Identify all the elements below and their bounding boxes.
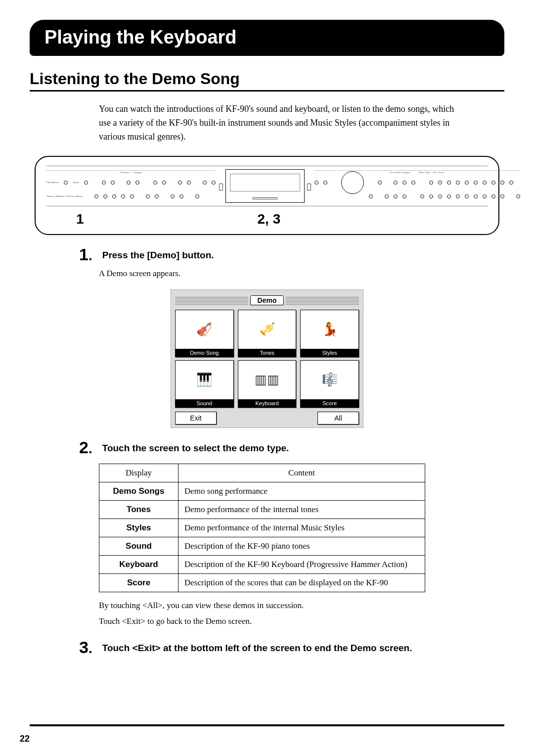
diagram-callout-1: 1: [76, 211, 84, 227]
demo-cell-keyboard[interactable]: ▥▥Keyboard: [238, 360, 297, 408]
step-3-title: Touch <Exit> at the bottom left of the s…: [102, 639, 412, 654]
table-row: Demo SongsDemo song performance: [99, 482, 425, 500]
page-number: 22: [20, 734, 30, 744]
music-score-icon: 🎼: [301, 361, 358, 399]
demo-screen-figure: Demo 🎻Demo Song 🎺Tones 💃Styles 🎹Sound ▥▥…: [171, 289, 363, 428]
diagram-callout-23: 2, 3: [258, 211, 281, 227]
demo-cell-tones[interactable]: 🎺Tones: [238, 310, 297, 357]
instruments-icon: 🎺: [238, 310, 296, 349]
chapter-title: Playing the Keyboard: [30, 20, 504, 56]
grand-piano-icon: 🎹: [176, 361, 233, 399]
touch-screen-icon: [225, 169, 305, 203]
step-number: 3: [79, 638, 89, 657]
table-header-content: Content: [178, 464, 425, 482]
trumpet-icon: 🎻: [176, 310, 233, 349]
step-2: 2. Touch the screen to select the demo t…: [79, 439, 504, 457]
table-row: SoundDescription of the KF-90 piano tone…: [99, 537, 425, 555]
demo-cell-sound[interactable]: 🎹Sound: [175, 360, 234, 408]
table-row: ScoreDescription of the scores that can …: [99, 573, 425, 592]
step-1-body: A Demo screen appears.: [99, 269, 504, 279]
table-row: StylesDemo performance of the internal M…: [99, 519, 425, 537]
step-1: 1. Press the [Demo] button.: [79, 246, 504, 264]
exit-button[interactable]: Exit: [175, 412, 217, 425]
table-row: KeyboardDescription of the KF-90 Keyboar…: [99, 555, 425, 573]
footer-rule: [30, 724, 504, 726]
keyboard-panel-diagram: Composer Arranger Part BalanceDemo Volum…: [35, 156, 499, 235]
step-number: 2: [79, 438, 89, 457]
after-table-note-1: By touching <All>, you can view these de…: [99, 599, 504, 612]
section-title: Listening to the Demo Song: [30, 70, 504, 92]
keyboard-keys-icon: ▥▥: [238, 361, 296, 399]
demo-type-table: Display Content Demo SongsDemo song perf…: [99, 464, 425, 592]
demo-cell-score[interactable]: 🎼Score: [300, 360, 359, 408]
table-row: TonesDemo performance of the internal to…: [99, 500, 425, 519]
dancers-icon: 💃: [301, 310, 358, 349]
demo-screen-title: Demo: [250, 295, 284, 305]
all-button[interactable]: All: [317, 412, 359, 425]
step-1-title: Press the [Demo] button.: [102, 246, 214, 261]
step-2-title: Touch the screen to select the demo type…: [102, 439, 289, 454]
after-table-note-2: Touch <Exit> to go back to the Demo scre…: [99, 615, 504, 628]
intro-paragraph: You can watch the introductions of KF-90…: [99, 102, 455, 144]
demo-cell-demo-song[interactable]: 🎻Demo Song: [175, 310, 234, 357]
step-number: 1: [79, 245, 89, 264]
step-3: 3. Touch <Exit> at the bottom left of th…: [79, 639, 504, 657]
table-header-display: Display: [99, 464, 178, 482]
demo-cell-styles[interactable]: 💃Styles: [300, 310, 359, 357]
